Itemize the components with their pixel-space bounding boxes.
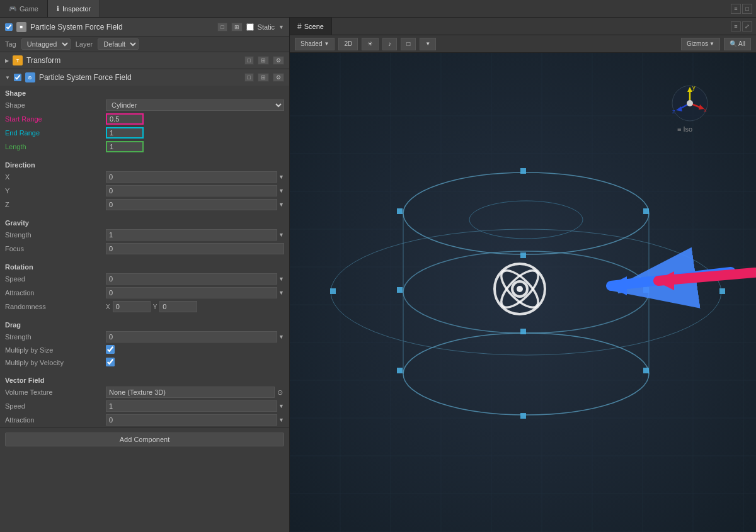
pff-active-checkbox[interactable] xyxy=(14,74,21,81)
transform-header[interactable]: ▶ T Transform □ ⊞ ⚙ xyxy=(0,52,289,69)
rot-attraction-label: Attraction xyxy=(5,289,106,297)
length-input[interactable] xyxy=(106,141,144,152)
start-range-row: Start Range xyxy=(0,112,289,126)
rot-y-label: Y xyxy=(153,303,158,310)
rot-randomness-x-input[interactable] xyxy=(113,301,151,312)
direction-label: Direction xyxy=(0,157,289,170)
scene-viewport[interactable]: y x z ≡ Iso xyxy=(290,53,756,532)
rot-attraction-input[interactable] xyxy=(106,287,277,298)
main-tab-bar: 🎮 Game ℹ Inspector ≡ □ xyxy=(0,0,756,18)
gameobject-active-checkbox[interactable] xyxy=(5,23,13,31)
audio-button[interactable]: ♪ xyxy=(382,38,397,50)
light-button[interactable]: ☀ xyxy=(362,38,379,50)
transform-prefab-btn[interactable]: □ xyxy=(244,56,254,65)
drag-strength-input[interactable] xyxy=(106,331,277,342)
dir-x-arrow[interactable]: ▼ xyxy=(278,174,284,180)
shape-row: Shape Cylinder xyxy=(0,98,289,112)
end-range-row: End Range xyxy=(0,126,289,140)
pff-prefab-btn[interactable]: □ xyxy=(244,73,254,82)
start-range-value xyxy=(106,113,284,125)
add-component-button[interactable]: Add Component xyxy=(5,433,284,446)
gravity-strength-arrow[interactable]: ▼ xyxy=(278,232,284,238)
vf-texture-input[interactable] xyxy=(106,387,275,398)
static-dropdown-arrow[interactable]: ▼ xyxy=(278,24,284,30)
svg-rect-35 xyxy=(520,413,526,419)
fx-button[interactable]: □ xyxy=(401,38,416,50)
dir-y-row: Y ▼ xyxy=(0,184,289,198)
gravity-focus-input[interactable] xyxy=(106,243,284,254)
transform-arrow: ▶ xyxy=(5,58,9,64)
vf-attraction-input[interactable] xyxy=(106,414,277,426)
tab-game-label: Game xyxy=(20,5,38,13)
tab-scene[interactable]: # Scene xyxy=(290,18,332,35)
drag-strength-arrow[interactable]: ▼ xyxy=(278,334,284,340)
search-scene-button[interactable]: 🔍 All xyxy=(724,38,751,50)
vf-texture-circle-btn[interactable]: ⊙ xyxy=(276,388,284,397)
svg-rect-33 xyxy=(397,368,403,373)
pff-icon: ⊛ xyxy=(25,72,35,82)
vf-attraction-row: Attraction ▼ xyxy=(0,413,289,427)
2d-button[interactable]: 2D xyxy=(338,38,358,50)
minimize-btn[interactable]: ≡ xyxy=(731,4,741,14)
pff-name: Particle System Force Field xyxy=(39,73,241,82)
svg-rect-41 xyxy=(330,288,336,294)
vf-speed-row: Speed ▼ xyxy=(0,399,289,413)
shape-dropdown[interactable]: Cylinder xyxy=(106,99,284,111)
scene-minimize-btn[interactable]: ≡ xyxy=(731,21,741,31)
rot-speed-value: ▼ xyxy=(106,273,284,285)
vf-speed-input[interactable] xyxy=(106,400,277,412)
rotation-label: Rotation xyxy=(0,259,289,272)
gizmos-arrow: ▼ xyxy=(709,41,714,47)
overlay-button[interactable]: ▼ xyxy=(420,38,436,50)
gizmos-button[interactable]: Gizmos ▼ xyxy=(681,38,720,50)
transform-gear-btn[interactable]: ⚙ xyxy=(273,56,284,65)
scene-window-controls: ≡ ⤢ xyxy=(727,18,756,35)
start-range-input[interactable] xyxy=(106,113,144,125)
scene-tab-bar: # Scene ≡ ⤢ xyxy=(290,18,756,35)
maximize-btn[interactable]: □ xyxy=(742,4,752,14)
end-range-input[interactable] xyxy=(106,127,144,139)
transform-btn[interactable]: ⊞ xyxy=(231,23,243,31)
transform-name: Transform xyxy=(26,56,241,65)
pff-arrow: ▼ xyxy=(5,75,10,81)
rot-speed-arrow[interactable]: ▼ xyxy=(278,276,284,282)
pff-gear-btn[interactable]: ⚙ xyxy=(273,73,284,82)
info-icon: ℹ xyxy=(57,5,59,12)
rot-attraction-arrow[interactable]: ▼ xyxy=(278,290,284,296)
length-label: Length xyxy=(5,143,106,150)
2d-label: 2D xyxy=(344,40,352,47)
vf-attraction-arrow[interactable]: ▼ xyxy=(278,417,284,423)
vf-texture-row: Volume Texture ⊙ xyxy=(0,385,289,399)
dir-y-input[interactable] xyxy=(106,185,277,196)
transform-tool-btn[interactable]: ⊞ xyxy=(258,56,269,65)
dir-y-arrow[interactable]: ▼ xyxy=(278,188,284,194)
scene-maximize-btn[interactable]: ⤢ xyxy=(742,21,752,31)
rot-attraction-row: Attraction ▼ xyxy=(0,286,289,300)
rot-speed-input[interactable] xyxy=(106,273,277,285)
start-range-label: Start Range xyxy=(5,115,106,123)
dir-z-input[interactable] xyxy=(106,199,277,210)
multiply-size-checkbox[interactable] xyxy=(106,345,115,354)
prefab-btn[interactable]: □ xyxy=(217,23,227,31)
rot-randomness-y-input[interactable] xyxy=(159,301,197,312)
inspector-scroll[interactable]: ▶ T Transform □ ⊞ ⚙ ▼ ⊛ Particle System … xyxy=(0,52,289,532)
tab-game[interactable]: 🎮 Game xyxy=(0,0,48,17)
layer-dropdown[interactable]: Default xyxy=(98,38,139,50)
tag-dropdown[interactable]: Untagged xyxy=(21,38,71,50)
svg-rect-29 xyxy=(397,208,403,214)
tab-inspector[interactable]: ℹ Inspector xyxy=(48,0,100,17)
gravity-strength-input[interactable] xyxy=(106,229,277,241)
static-checkbox[interactable] xyxy=(246,23,254,31)
multiply-velocity-checkbox[interactable] xyxy=(106,358,115,366)
scene-svg: y x z ≡ Iso xyxy=(290,53,756,532)
dir-x-input[interactable] xyxy=(106,171,277,183)
shaded-button[interactable]: Shaded ▼ xyxy=(295,38,335,50)
length-value xyxy=(106,141,284,152)
gameobject-name: Particle System Force Field xyxy=(30,23,214,31)
multiply-velocity-row: Multiply by Velocity xyxy=(0,356,289,369)
dir-z-arrow[interactable]: ▼ xyxy=(278,201,284,208)
pff-tool-btn[interactable]: ⊞ xyxy=(258,73,269,82)
scene-tab-icon: # xyxy=(297,22,302,31)
vf-speed-arrow[interactable]: ▼ xyxy=(278,403,284,409)
pff-header[interactable]: ▼ ⊛ Particle System Force Field □ ⊞ ⚙ xyxy=(0,69,289,86)
